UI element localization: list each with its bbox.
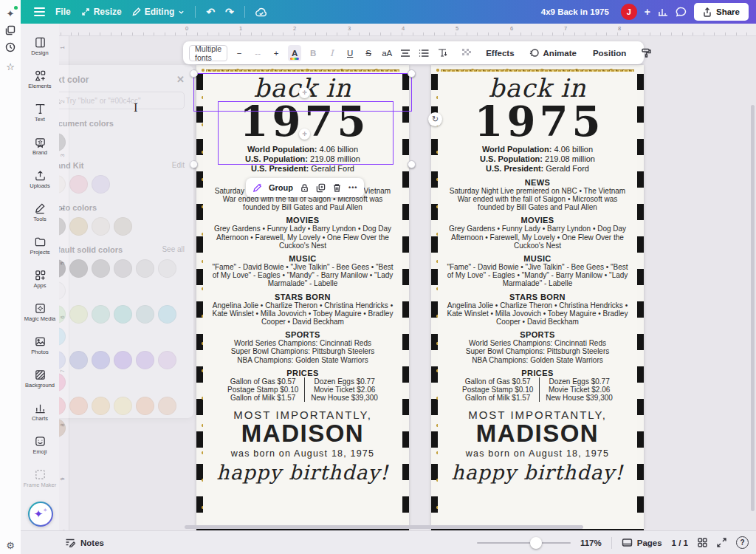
text-case-button[interactable]: aA	[380, 45, 394, 61]
sidebar-item-elements[interactable]: Elements	[21, 63, 58, 96]
selection-handle-top-right[interactable]	[408, 69, 416, 78]
editing-mode-dropdown[interactable]: Editing	[132, 7, 185, 17]
color-swatch[interactable]	[158, 351, 176, 369]
poster-sections[interactable]: NEWSSaturday Night Live premiered on NBC…	[444, 174, 631, 364]
color-swatch[interactable]	[114, 305, 132, 324]
color-swatch[interactable]	[114, 351, 132, 369]
color-swatch[interactable]	[136, 351, 154, 369]
grid-view-button[interactable]	[698, 538, 707, 547]
trash-icon[interactable]	[332, 183, 342, 193]
sidebar-item-text[interactable]: Text	[21, 96, 58, 129]
sidebar-item-apps[interactable]: Apps	[21, 262, 58, 295]
sidebar-item-projects[interactable]: Projects	[21, 229, 58, 262]
zoom-slider-thumb[interactable]	[530, 537, 542, 549]
sidebar-item-magic-media[interactable]: Magic Media	[21, 295, 58, 329]
help-button[interactable]: ?	[736, 536, 749, 549]
font-family-selector[interactable]: Multiple fonts	[189, 45, 227, 61]
color-swatch[interactable]	[69, 351, 88, 369]
sidebar-item-uploads[interactable]: Uploads	[21, 163, 58, 196]
text-align-button[interactable]	[399, 45, 412, 61]
text-color-button[interactable]: A	[288, 45, 301, 61]
zoom-level[interactable]: 117%	[580, 538, 602, 547]
copy-style-roller-icon[interactable]	[639, 45, 653, 61]
rotate-handle[interactable]: ↻	[428, 112, 442, 126]
see-all-link[interactable]: See all	[162, 245, 185, 254]
bold-button[interactable]: B	[306, 45, 320, 61]
poster-page-2[interactable]: back in 1975 World Population: 4.06 bill…	[431, 65, 644, 530]
insights-chart-icon[interactable]	[658, 7, 668, 17]
color-swatch[interactable]	[69, 217, 88, 236]
add-member-button[interactable]: +	[645, 7, 650, 17]
recent-clock-icon[interactable]	[4, 41, 16, 53]
redo-button[interactable]: ↷	[225, 7, 234, 17]
font-size-increase-button[interactable]: +	[269, 45, 283, 61]
color-swatch[interactable]	[136, 397, 154, 415]
color-swatch[interactable]	[136, 259, 154, 278]
duplicate-icon[interactable]	[316, 183, 326, 193]
text-spacing-button[interactable]	[436, 45, 449, 61]
color-swatch[interactable]	[69, 305, 88, 324]
color-swatch[interactable]	[114, 397, 132, 415]
color-swatch[interactable]	[136, 305, 154, 324]
color-swatch[interactable]	[158, 259, 176, 278]
sidebar-item-tools[interactable]: Tools	[21, 196, 58, 229]
color-swatch[interactable]	[69, 259, 88, 278]
poster-born-line[interactable]: was born on August 18, 1975	[231, 448, 374, 459]
poster-prices[interactable]: PRICES Gallon of Gas $0.57 Postage Stamp…	[456, 369, 619, 403]
magic-edit-icon[interactable]	[252, 183, 262, 193]
pages-button[interactable]: Pages	[622, 538, 662, 547]
comments-icon[interactable]	[676, 7, 687, 17]
list-button[interactable]	[417, 45, 430, 61]
color-swatch[interactable]	[92, 305, 110, 324]
effects-button[interactable]: Effects	[483, 49, 517, 58]
sidebar-item-photos[interactable]: Photos	[21, 329, 58, 362]
strikethrough-button[interactable]: S	[362, 45, 375, 61]
starred-icon[interactable]: ☆	[4, 61, 16, 72]
poster-title-year[interactable]: 1975	[471, 102, 605, 141]
document-title[interactable]: 4x9 Back in 1975	[541, 7, 609, 16]
poster-sections[interactable]: NEWSSaturday Night Live premiered on NBC…	[209, 174, 396, 364]
more-options-button[interactable]: •••	[348, 184, 357, 191]
zoom-slider[interactable]	[477, 542, 571, 544]
color-swatch[interactable]	[69, 175, 88, 194]
element-move-handle[interactable]: ✛	[299, 129, 310, 140]
poster-happy-birthday[interactable]: happy birthday!	[216, 461, 388, 484]
sidebar-item-charts[interactable]: Charts	[21, 395, 58, 428]
brand-kit-edit-link[interactable]: Edit	[172, 161, 185, 170]
notes-button[interactable]: Notes	[21, 538, 104, 547]
group-button[interactable]: Group	[269, 183, 293, 192]
sidebar-item-emoji[interactable]: Emoji	[21, 428, 58, 462]
resize-button[interactable]: Resize	[81, 7, 122, 17]
color-swatch[interactable]	[92, 397, 110, 415]
horizontal-scrollbar[interactable]	[185, 525, 583, 529]
position-button[interactable]: Position	[590, 49, 629, 58]
color-swatch[interactable]	[114, 259, 132, 278]
element-move-handle[interactable]: ✛	[299, 87, 310, 98]
poster-born-line[interactable]: was born on August 18, 1975	[466, 448, 609, 459]
underline-button[interactable]: U	[343, 45, 357, 61]
settings-gear-icon[interactable]: ⚙	[4, 539, 16, 551]
poster-name[interactable]: MADISON	[476, 421, 599, 447]
duplicate-window-icon[interactable]	[4, 24, 16, 36]
poster-prices[interactable]: PRICES Gallon of Gas $0.57 Postage Stamp…	[221, 369, 384, 403]
lock-icon[interactable]	[300, 183, 309, 193]
color-swatch[interactable]	[92, 259, 110, 278]
font-size-value[interactable]: --	[251, 45, 264, 61]
poster-stats[interactable]: World Population: 4.06 billionU.S. Popul…	[480, 145, 595, 174]
italic-button[interactable]: I	[325, 45, 338, 61]
color-swatch[interactable]	[92, 351, 110, 369]
share-button[interactable]: Share	[694, 3, 749, 21]
animate-button[interactable]: Animate	[540, 49, 580, 58]
color-swatch[interactable]	[69, 397, 88, 415]
selection-handle-bottom-right[interactable]	[408, 160, 416, 168]
sidebar-item-design[interactable]: Design	[21, 30, 58, 63]
color-search-input[interactable]: Try "blue" or "#00c4cc"	[47, 92, 185, 109]
cloud-save-status-icon[interactable]	[255, 7, 267, 17]
color-swatch[interactable]	[92, 217, 110, 236]
poster-name[interactable]: MADISON	[241, 421, 364, 447]
fullscreen-button[interactable]	[717, 538, 726, 547]
sidebar-item-frame-maker[interactable]: Frame Maker	[21, 462, 58, 495]
color-swatch[interactable]	[92, 175, 110, 194]
vertical-scrollbar[interactable]	[751, 105, 755, 511]
color-swatch[interactable]	[158, 397, 176, 415]
